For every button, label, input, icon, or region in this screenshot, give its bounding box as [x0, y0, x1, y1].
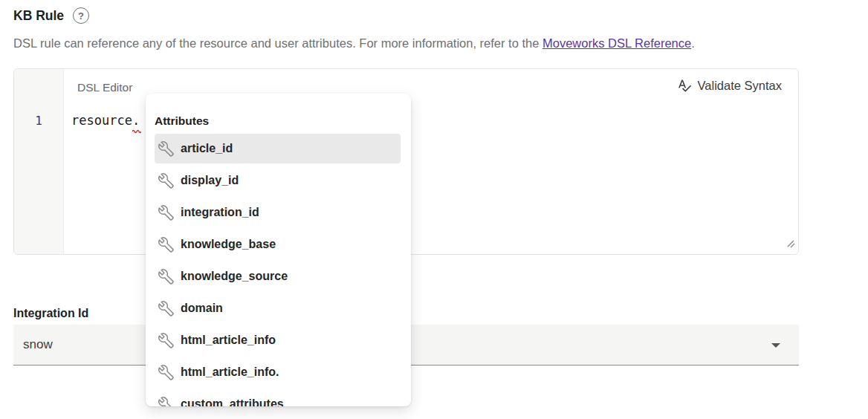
spellcheck-icon — [677, 78, 692, 93]
wrench-icon — [158, 365, 174, 380]
autocomplete-item-label: display_id — [181, 174, 239, 187]
code-text: resource — [71, 113, 132, 128]
wrench-icon — [158, 333, 174, 348]
autocomplete-header: Attributes — [155, 114, 401, 128]
wrench-icon — [158, 397, 174, 407]
autocomplete-item-domain[interactable]: domain — [155, 293, 401, 323]
autocomplete-item-label: html_article_info — [181, 334, 276, 347]
integration-id-label: Integration Id — [13, 307, 88, 320]
validate-syntax-label: Validate Syntax — [698, 79, 782, 93]
autocomplete-item-label: html_article_info. — [181, 366, 279, 379]
description-period: . — [691, 36, 695, 50]
wrench-icon — [158, 205, 174, 221]
autocomplete-item-html-article-info[interactable]: html_article_info — [155, 325, 401, 355]
error-squiggle-icon — [132, 129, 141, 133]
wrench-icon — [158, 141, 174, 157]
autocomplete-list: article_id display_id integration_id kno… — [155, 134, 401, 406]
autocomplete-item-knowledge-base[interactable]: knowledge_base — [155, 230, 401, 259]
validate-syntax-button[interactable]: Validate Syntax — [677, 78, 782, 93]
autocomplete-item-label: custom_attributes — [181, 397, 284, 406]
autocomplete-item-label: integration_id — [181, 206, 259, 219]
autocomplete-item-label: knowledge_base — [181, 238, 276, 251]
autocomplete-item-label: domain — [181, 302, 223, 315]
autocomplete-dropdown: Attributes article_id display_id integra… — [146, 94, 411, 406]
wrench-icon — [158, 269, 174, 285]
code-error-char: . — [132, 112, 140, 129]
autocomplete-item-display-id[interactable]: display_id — [155, 166, 401, 195]
header: KB Rule ? — [13, 7, 89, 24]
integration-id-value: snow — [23, 337, 53, 352]
line-number: 1 — [14, 113, 63, 129]
autocomplete-item-knowledge-source[interactable]: knowledge_source — [155, 262, 401, 291]
autocomplete-item-label: knowledge_source — [181, 270, 288, 283]
autocomplete-item-article-id[interactable]: article_id — [155, 134, 401, 163]
page-title: KB Rule — [13, 8, 64, 24]
dsl-reference-link[interactable]: Moveworks DSL Reference — [542, 36, 691, 50]
resize-handle-icon[interactable] — [785, 238, 795, 251]
description: DSL rule can reference any of the resour… — [13, 35, 695, 51]
editor-gutter: 1 — [14, 69, 64, 254]
wrench-icon — [158, 237, 174, 253]
help-icon[interactable]: ? — [73, 7, 89, 24]
code-line[interactable]: resource. — [71, 112, 140, 129]
wrench-icon — [158, 173, 174, 189]
wrench-icon — [158, 301, 174, 316]
autocomplete-item-integration-id[interactable]: integration_id — [155, 198, 401, 227]
description-text: DSL rule can reference any of the resour… — [13, 36, 542, 50]
autocomplete-item-html-article-info-dot[interactable]: html_article_info. — [155, 357, 401, 387]
chevron-down-icon — [771, 343, 780, 348]
autocomplete-item-custom-attributes[interactable]: custom_attributes — [155, 389, 401, 406]
editor-label: DSL Editor — [77, 81, 132, 94]
autocomplete-item-label: article_id — [181, 142, 233, 155]
kb-rule-form: KB Rule ? DSL rule can reference any of … — [0, 0, 868, 419]
